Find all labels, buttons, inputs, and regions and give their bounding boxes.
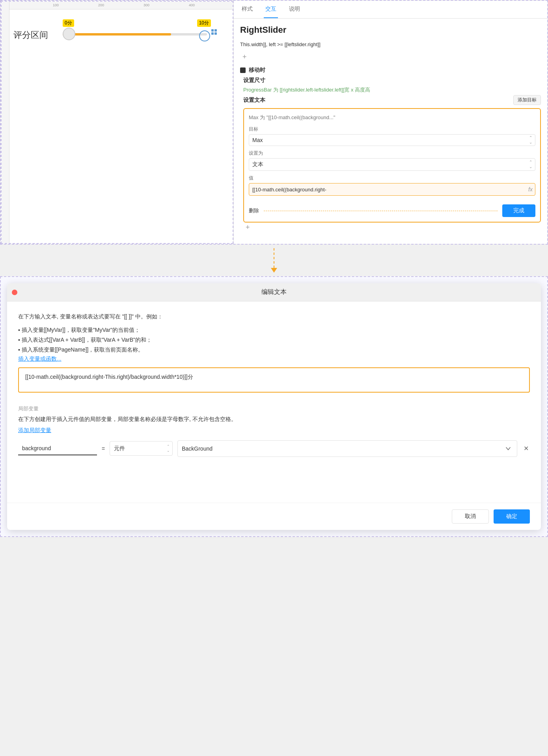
event-section: 移动时 设置尺寸 ProgressBar 为 [[rightslider.lef…: [240, 67, 541, 232]
tab-style[interactable]: 样式: [240, 1, 254, 18]
value-label: 值: [249, 175, 535, 182]
ruler-tick-400: 400: [189, 3, 195, 7]
add-bottom-button[interactable]: +: [243, 223, 252, 232]
panel-tabs: 样式 交互 说明: [234, 1, 547, 19]
dashed-connector: [271, 248, 277, 273]
event-icon: [240, 67, 246, 73]
var-name-input[interactable]: [18, 442, 97, 455]
delete-icon: ✕: [524, 445, 529, 452]
slider-left-value: 0分: [63, 19, 74, 27]
done-button[interactable]: 完成: [502, 204, 535, 217]
var-type-text: 元件: [114, 445, 125, 451]
handle-dot-3: [211, 32, 214, 35]
slider-handle-dots: [211, 29, 217, 35]
right-panel: 样式 交互 说明 RightSlider This.width]], left …: [233, 1, 547, 244]
modal-header: 编辑文本: [7, 283, 541, 301]
slider-track-container: 0分 10分: [55, 23, 215, 47]
value-row: 值 [[10-math.ceil((background.right- fx: [249, 175, 535, 196]
cancel-button[interactable]: 取消: [452, 509, 489, 524]
local-vars-desc: 在下方创建用于插入元件值的局部变量，局部变量名称必须是字母数字, 不允许包含空格…: [18, 415, 530, 423]
handle-dot-2: [214, 29, 217, 32]
bottom-wrapper: 编辑文本 在下方输入文本, 变量名称或表达式要写在 "[[ ]]" 中。例如： …: [0, 276, 548, 537]
ruler-tick-300: 300: [144, 3, 149, 7]
event-title: 移动时: [249, 67, 265, 74]
action-block: 设置尺寸 ProgressBar 为 [[rightslider.left-le…: [243, 77, 541, 232]
condition-text: This.width]], left >= [[leftslider.right…: [240, 40, 541, 49]
set-as-select[interactable]: 文本: [249, 158, 535, 171]
delete-button[interactable]: 删除: [249, 207, 259, 214]
set-as-select-wrapper: 文本: [249, 158, 535, 171]
set-as-label: 设置为: [249, 150, 535, 157]
target-select-wrapper: Max: [249, 134, 535, 146]
add-condition-button[interactable]: +: [240, 52, 249, 62]
var-type-select-wrapper[interactable]: 元件: [110, 441, 173, 456]
slider-thumb-right-area[interactable]: [199, 29, 213, 43]
local-vars-section: 局部变量 在下方创建用于插入元件值的局部变量，局部变量名称必须是字母数字, 不允…: [18, 405, 530, 493]
ruler-horizontal: 100 200 300 400: [2, 2, 233, 9]
value-input-text: [[10-math.ceil((background.right-: [252, 187, 326, 193]
var-delete-button[interactable]: ✕: [522, 445, 530, 453]
tab-explain[interactable]: 说明: [287, 1, 302, 18]
event-header: 移动时: [240, 67, 541, 74]
slider-right-value: 10分: [197, 19, 211, 27]
top-section: 100 200 300 400 评分区间 0分 10分: [0, 0, 548, 245]
modal-footer: 取消 确定: [7, 503, 541, 530]
text-editor-input[interactable]: [[10-math.ceil((background.right-This.ri…: [18, 367, 530, 393]
insert-var-link[interactable]: 插入变量或函数...: [18, 356, 62, 362]
target-select[interactable]: Max: [249, 134, 535, 146]
action-name: 设置尺寸: [243, 77, 541, 84]
var-value-text: BackGround: [182, 445, 503, 452]
placeholder-input[interactable]: [249, 114, 535, 121]
modal-title: 编辑文本: [261, 288, 287, 296]
empty-space: [18, 462, 530, 493]
connector-area: [0, 245, 548, 276]
instruction-item-2: ▪ 插入表达式[[VarA + VarB]]，获取"VarA + VarB"的和…: [18, 335, 530, 345]
var-equals: =: [102, 445, 105, 452]
slider-thumb-left[interactable]: [63, 28, 75, 40]
confirm-button[interactable]: 确定: [494, 509, 530, 524]
instruction-item-1: ▪ 插入变量[[MyVar]]，获取变量"MyVar"的当前值；: [18, 325, 530, 335]
add-local-var-link[interactable]: 添加局部变量: [18, 427, 51, 433]
fx-button[interactable]: fx: [528, 186, 533, 193]
value-input-wrapper[interactable]: [[10-math.ceil((background.right- fx: [249, 183, 535, 196]
var-value-wrapper: BackGround: [177, 440, 517, 457]
panel-content: RightSlider This.width]], left >= [[left…: [234, 19, 547, 244]
action-detail: ProgressBar 为 [[rightslider.left-leftsli…: [243, 86, 541, 94]
var-row: = 元件 BackGround ✕: [18, 440, 530, 462]
component-title: RightSlider: [240, 25, 541, 35]
modal-close-button[interactable]: [12, 290, 17, 295]
arrow-down: [271, 268, 277, 273]
add-target-button[interactable]: 添加目标: [513, 95, 541, 105]
canvas-area: 100 200 300 400 评分区间 0分 10分: [1, 1, 233, 244]
instruction-main: 在下方输入文本, 变量名称或表达式要写在 "[[ ]]" 中。例如：: [18, 311, 530, 322]
ruler-tick-100: 100: [53, 3, 59, 7]
dashed-line: [274, 248, 274, 268]
set-text-title: 设置文本: [243, 97, 265, 104]
local-vars-label: 局部变量: [18, 405, 530, 412]
slider-track: [63, 33, 207, 36]
tab-interaction[interactable]: 交互: [264, 1, 278, 18]
modal-dialog: 编辑文本 在下方输入文本, 变量名称或表达式要写在 "[[ ]]" 中。例如： …: [7, 283, 541, 530]
ruler-tick-200: 200: [98, 3, 104, 7]
ruler-vertical: [2, 2, 9, 243]
var-dropdown-button[interactable]: [503, 444, 513, 453]
modal-body: 在下方输入文本, 变量名称或表达式要写在 "[[ ]]" 中。例如： ▪ 插入变…: [7, 301, 541, 503]
form-actions: 删除 完成: [249, 200, 535, 217]
handle-dot-4: [214, 32, 217, 35]
dashed-separator: [264, 211, 498, 211]
set-text-header: 设置文本 添加目标: [243, 95, 541, 105]
target-label: 目标: [249, 126, 535, 133]
handle-dot-1: [211, 29, 214, 32]
slider-label: 评分区间: [13, 29, 48, 41]
target-row: 目标 Max: [249, 126, 535, 146]
set-as-row: 设置为 文本: [249, 150, 535, 171]
instruction-item-3: ▪ 插入系统变量[[PageName]]，获取当前页面名称。: [18, 345, 530, 355]
slider-fill: [63, 33, 171, 36]
form-card: 目标 Max 设置为 文本: [243, 108, 541, 223]
slider-thumb-right: [199, 30, 210, 41]
